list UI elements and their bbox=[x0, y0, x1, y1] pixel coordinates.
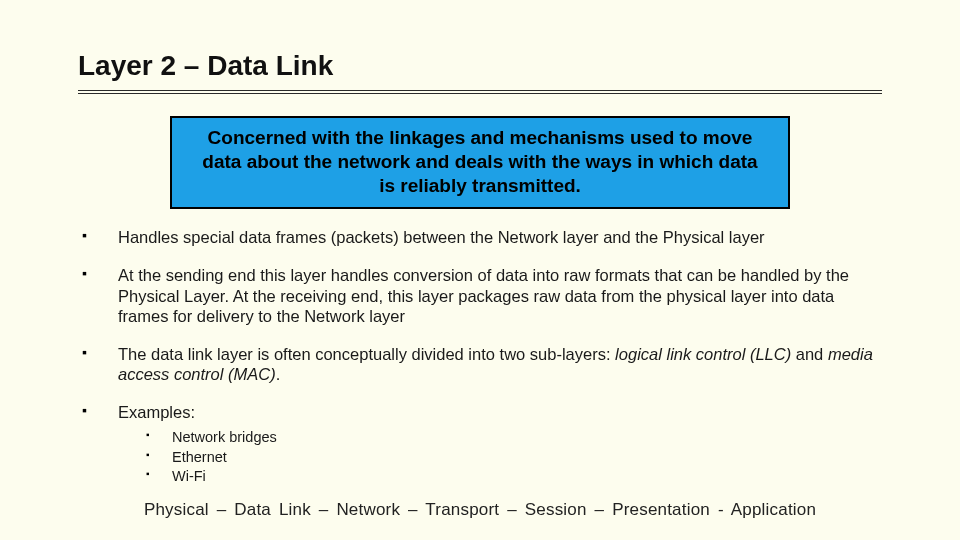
blurb-container: Concerned with the linkages and mechanis… bbox=[78, 116, 882, 209]
sub-bullet-item: Network bridges bbox=[146, 428, 882, 448]
italic-text: logical link control (LLC) bbox=[615, 345, 791, 363]
bullet-list: Handles special data frames (packets) be… bbox=[78, 227, 882, 487]
bullet-text: Examples: bbox=[118, 403, 195, 421]
slide-title: Layer 2 – Data Link bbox=[78, 50, 882, 82]
title-underline bbox=[78, 90, 882, 94]
sub-bullet-item: Ethernet bbox=[146, 448, 882, 468]
bullet-text: The data link layer is often conceptuall… bbox=[118, 345, 615, 363]
summary-box: Concerned with the linkages and mechanis… bbox=[170, 116, 790, 209]
bullet-text: . bbox=[276, 365, 281, 383]
bullet-item: At the sending end this layer handles co… bbox=[82, 265, 882, 325]
sub-bullet-list: Network bridges Ethernet Wi-Fi bbox=[118, 428, 882, 487]
sub-bullet-item: Wi-Fi bbox=[146, 467, 882, 487]
bullet-item: The data link layer is often conceptuall… bbox=[82, 344, 882, 384]
bullet-item: Examples: Network bridges Ethernet Wi-Fi bbox=[82, 402, 882, 487]
bullet-item: Handles special data frames (packets) be… bbox=[82, 227, 882, 247]
bullet-text: and bbox=[791, 345, 828, 363]
slide: Layer 2 – Data Link Concerned with the l… bbox=[0, 0, 960, 487]
layer-breadcrumb: Physical – Data Link – Network – Transpo… bbox=[0, 500, 960, 520]
